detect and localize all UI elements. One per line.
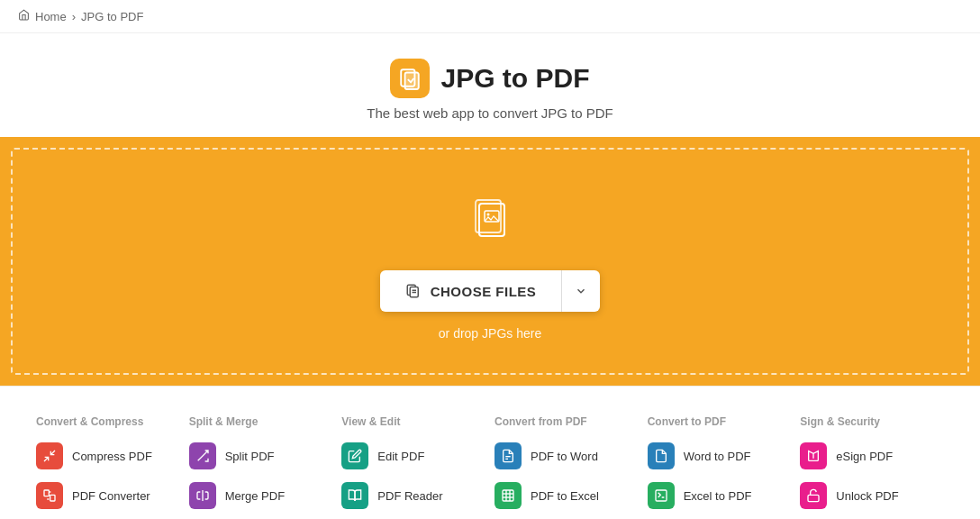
tool-icon-excel-to-pdf: [648, 482, 675, 509]
tool-icon-pdf-to-word: [495, 442, 522, 469]
category-title-2: View & Edit: [341, 415, 485, 428]
svg-rect-11: [50, 495, 55, 501]
tool-item-pdf-to-excel[interactable]: PDF to Excel: [495, 482, 639, 509]
svg-rect-14: [503, 490, 513, 501]
tool-item-edit-pdf[interactable]: Edit PDF: [341, 442, 485, 469]
tool-name-pdf-converter: PDF Converter: [72, 489, 150, 503]
category-title-1: Split & Merge: [189, 415, 333, 428]
category-title-4: Convert to PDF: [648, 415, 792, 428]
page-subtitle: The best web app to convert JPG to PDF: [18, 105, 962, 121]
svg-rect-10: [44, 490, 49, 496]
tool-item-unlock-pdf[interactable]: Unlock PDF: [800, 482, 944, 509]
tool-icon-pdf-to-excel: [495, 482, 522, 509]
tool-item-esign-pdf[interactable]: eSign PDF: [800, 442, 944, 469]
tool-category-1: Split & MergeSplit PDFMerge PDF: [189, 415, 333, 519]
tool-icon-word-to-pdf: [648, 442, 675, 469]
tool-name-pdf-to-excel: PDF to Excel: [531, 489, 599, 503]
home-link[interactable]: Home: [35, 10, 67, 23]
breadcrumb-separator: ›: [72, 10, 76, 23]
category-title-0: Convert & Compress: [36, 415, 180, 428]
app-icon: [390, 59, 430, 98]
tool-name-word-to-pdf: Word to PDF: [684, 450, 751, 463]
choose-files-button-group[interactable]: CHOOSE FILES: [380, 270, 601, 312]
tool-item-pdf-converter[interactable]: PDF Converter: [36, 482, 180, 509]
tool-name-split-pdf: Split PDF: [225, 450, 275, 463]
tools-grid: Convert & CompressCompress PDFPDF Conver…: [36, 415, 944, 519]
tool-icon-compress-pdf: [36, 442, 63, 469]
tool-name-excel-to-pdf: Excel to PDF: [684, 489, 752, 503]
tool-item-merge-pdf[interactable]: Merge PDF: [189, 482, 333, 509]
tool-icon-edit-pdf: [341, 442, 368, 469]
breadcrumb: Home › JPG to PDF: [0, 0, 980, 33]
choose-files-button[interactable]: CHOOSE FILES: [380, 270, 562, 312]
home-icon: [18, 9, 30, 23]
tool-icon-pdf-converter: [36, 482, 63, 509]
tool-item-split-pdf[interactable]: Split PDF: [189, 442, 333, 469]
tool-category-4: Convert to PDFWord to PDFExcel to PDF: [648, 415, 792, 519]
tool-category-0: Convert & CompressCompress PDFPDF Conver…: [36, 415, 180, 519]
tool-icon-esign-pdf: [800, 442, 827, 469]
drop-zone-border: [11, 148, 969, 375]
tool-icon-split-pdf: [189, 442, 216, 469]
choose-files-label: CHOOSE FILES: [431, 284, 537, 299]
tool-name-compress-pdf: Compress PDF: [72, 450, 152, 463]
tool-icon-merge-pdf: [189, 482, 216, 509]
tool-name-edit-pdf: Edit PDF: [377, 450, 424, 463]
category-title-5: Sign & Security: [800, 415, 944, 428]
svg-rect-20: [808, 495, 819, 501]
tool-item-word-to-pdf[interactable]: Word to PDF: [648, 442, 792, 469]
tools-section: Convert & CompressCompress PDFPDF Conver…: [0, 386, 980, 519]
tool-item-excel-to-pdf[interactable]: Excel to PDF: [648, 482, 792, 509]
tool-item-compress-pdf[interactable]: Compress PDF: [36, 442, 180, 469]
tool-name-pdf-to-word: PDF to Word: [531, 450, 598, 463]
category-title-3: Convert from PDF: [495, 415, 639, 428]
tool-name-pdf-reader: PDF Reader: [377, 489, 442, 503]
tool-category-2: View & EditEdit PDFPDF Reader: [341, 415, 485, 519]
tool-name-unlock-pdf: Unlock PDF: [836, 489, 898, 503]
drop-zone[interactable]: CHOOSE FILES or drop JPGs here: [0, 137, 980, 386]
tool-icon-pdf-reader: [341, 482, 368, 509]
tool-item-pdf-to-word[interactable]: PDF to Word: [495, 442, 639, 469]
tool-name-merge-pdf: Merge PDF: [225, 489, 285, 503]
choose-files-dropdown-button[interactable]: [561, 270, 600, 312]
page-title: JPG to PDF: [440, 63, 589, 94]
svg-point-5: [487, 214, 490, 216]
svg-rect-19: [656, 490, 667, 501]
file-upload-icon: [463, 191, 517, 249]
tool-item-pdf-reader[interactable]: PDF Reader: [341, 482, 485, 509]
tool-category-5: Sign & SecurityeSign PDFUnlock PDF: [800, 415, 944, 519]
drop-hint-text: or drop JPGs here: [439, 326, 541, 341]
page-header: JPG to PDF The best web app to convert J…: [0, 33, 980, 137]
tool-category-3: Convert from PDFPDF to WordPDF to Excel: [495, 415, 639, 519]
current-page-crumb: JPG to PDF: [81, 10, 143, 23]
tool-name-esign-pdf: eSign PDF: [836, 450, 893, 463]
tool-icon-unlock-pdf: [800, 482, 827, 509]
